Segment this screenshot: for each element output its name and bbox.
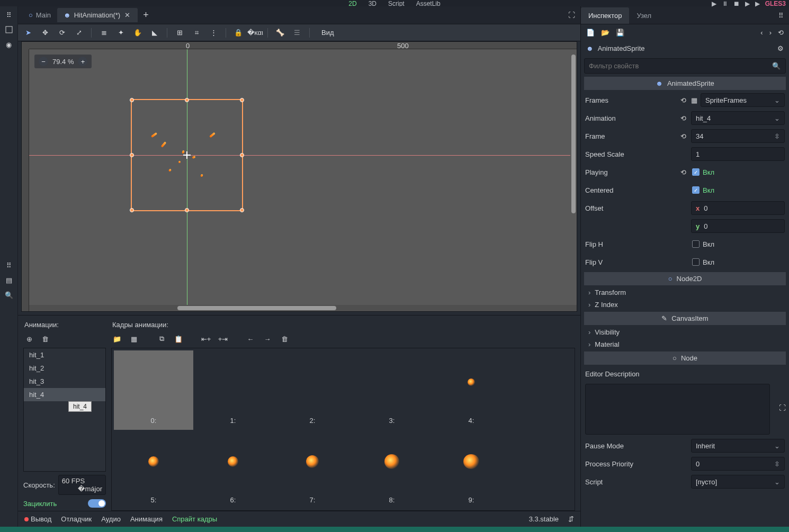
search-icon[interactable]: 🔍	[772, 62, 781, 70]
frames-revert-icon[interactable]: ⟲	[678, 96, 688, 104]
script-value[interactable]: [пусто]⌄	[691, 475, 785, 489]
scale-tool-icon[interactable]: ⤢	[74, 28, 84, 38]
frames-value[interactable]: SpriteFrames⌄	[701, 93, 785, 107]
frame-2[interactable]: 2:	[273, 350, 352, 430]
play-scene-icon[interactable]: ▶	[745, 0, 750, 7]
insert-before-icon[interactable]: ⇤+	[201, 334, 211, 344]
frame-value[interactable]: 34⇳	[691, 129, 785, 143]
filter-properties-input[interactable]	[584, 58, 786, 74]
inspector-tab[interactable]: Инспектор	[581, 7, 629, 24]
anim-item-hit3[interactable]: hit_3	[24, 375, 105, 388]
ruler-vertical[interactable]	[22, 49, 29, 311]
canvas-vscrollbar[interactable]	[570, 49, 577, 305]
filesystem-dock-icon[interactable]: ▤	[4, 275, 14, 285]
frame-0[interactable]: 0:	[114, 350, 193, 430]
snap-options-icon[interactable]: ⌗	[192, 28, 201, 38]
selection-box[interactable]	[131, 99, 243, 211]
list-tool-icon[interactable]: ≣	[99, 28, 109, 38]
section-canvasitem[interactable]: ✎CanvasItem	[584, 312, 786, 325]
search-dock-icon[interactable]: 🔍	[4, 290, 14, 300]
pausemode-value[interactable]: Inherit⌄	[691, 439, 785, 453]
dock-drag2-icon[interactable]: ⠿	[4, 260, 14, 270]
section-animatedsprite[interactable]: ☻ AnimatedSprite	[584, 77, 786, 90]
status-audio[interactable]: Аудио	[101, 515, 121, 523]
skeleton-icon[interactable]: ☰	[292, 28, 302, 38]
open-resource-icon[interactable]: 📂	[601, 29, 609, 37]
editor-desc-textarea[interactable]	[585, 384, 770, 435]
anim-item-hit2[interactable]: hit_2	[24, 362, 105, 375]
frame-revert-icon[interactable]: ⟲	[678, 132, 688, 140]
select-tool-icon[interactable]: ➤	[23, 28, 33, 38]
playing-revert-icon[interactable]: ⟲	[678, 168, 688, 176]
frames-grid[interactable]: 0: 1: 2: 3: 4: 5: 6: 7: 8: 9:	[111, 348, 575, 511]
section-node[interactable]: ○Node	[584, 351, 786, 365]
loop-toggle[interactable]	[88, 499, 106, 508]
move-tool-icon[interactable]: ✥	[40, 28, 50, 38]
delete-animation-icon[interactable]: 🗑	[40, 334, 50, 344]
stop-icon[interactable]: ⏹	[733, 0, 740, 7]
animation-value[interactable]: hit_4⌄	[691, 111, 785, 125]
history-back-icon[interactable]: ‹	[760, 29, 763, 37]
view-menu[interactable]: Вид	[317, 29, 338, 37]
grid-frame-icon[interactable]: ▦	[129, 334, 139, 344]
anim-item-hit1[interactable]: hit_1	[24, 348, 105, 362]
move-right-icon[interactable]: →	[263, 334, 272, 344]
rotate-tool-icon[interactable]: ⟳	[57, 28, 67, 38]
group-transform[interactable]: ›Transform	[581, 286, 789, 299]
pause-icon[interactable]: ⏸	[722, 0, 728, 7]
ruler-tool-icon[interactable]: ◣	[150, 28, 159, 38]
canvas-viewport[interactable]: 0 500	[21, 41, 577, 312]
status-animation[interactable]: Анимация	[130, 515, 163, 523]
speed-input[interactable]: 60 FPS�májor	[58, 475, 106, 495]
history-menu-icon[interactable]: ⟲	[778, 29, 784, 37]
bottom-panel-toggle-icon[interactable]: ⇵	[568, 515, 574, 523]
tab-main[interactable]: ○ Main	[22, 8, 57, 22]
scene-dock-icon[interactable]	[4, 24, 14, 35]
frame-6[interactable]: 6:	[193, 430, 273, 509]
snap-toggle-icon[interactable]: ⊞	[175, 28, 184, 38]
status-spriteframes[interactable]: Спрайт кадры	[172, 515, 217, 523]
play-custom-icon[interactable]: ▶	[755, 0, 760, 7]
frame-3[interactable]: 3:	[352, 350, 432, 430]
tab-hitanimation[interactable]: ☻ HitAnimation(*) ✕	[57, 8, 138, 22]
renderer-dropdown[interactable]: GLES3	[765, 0, 786, 7]
animation-revert-icon[interactable]: ⟲	[678, 114, 688, 122]
ruler-horizontal[interactable]: 0 500	[29, 42, 577, 49]
frame-9[interactable]: 9:	[432, 430, 511, 509]
zoom-in-button[interactable]: +	[78, 57, 87, 66]
add-tab-button[interactable]: +	[138, 7, 154, 23]
expand-desc-icon[interactable]: ⛶	[779, 404, 786, 412]
status-debugger[interactable]: Отладчик	[61, 515, 92, 523]
fliph-checkbox[interactable]: Вкл	[691, 237, 785, 251]
history-fwd-icon[interactable]: ›	[769, 29, 772, 37]
group-visibility[interactable]: ›Visibility	[581, 326, 789, 338]
speedscale-value[interactable]: 1	[691, 147, 785, 161]
dock-drag-icon[interactable]: ⠿	[4, 10, 14, 20]
distraction-free-icon[interactable]: ⛶	[563, 9, 580, 21]
canvas-hscrollbar[interactable]	[29, 305, 577, 311]
pivot-tool-icon[interactable]: ✦	[116, 28, 125, 38]
status-output[interactable]: Вывод	[24, 515, 51, 523]
dock-drag3-icon[interactable]: ⠿	[773, 7, 789, 24]
add-animation-icon[interactable]: ⊕	[24, 334, 34, 344]
copy-frame-icon[interactable]: ⧉	[157, 334, 166, 344]
group-icon[interactable]: �και	[250, 28, 260, 38]
eye-icon[interactable]: ◉	[4, 39, 14, 50]
close-tab-icon[interactable]: ✕	[123, 11, 131, 19]
zoom-out-button[interactable]: −	[39, 57, 48, 66]
offset-y-value[interactable]: y0	[691, 219, 785, 233]
offset-x-value[interactable]: x0	[691, 201, 785, 215]
node-tab[interactable]: Узел	[629, 7, 659, 24]
move-left-icon[interactable]: ←	[246, 334, 255, 344]
save-resource-icon[interactable]: 💾	[616, 29, 624, 37]
animation-list[interactable]: hit_1 hit_2 hit_3 hit_4 hit_4	[23, 348, 106, 472]
load-frame-icon[interactable]: 📁	[112, 334, 122, 344]
flipv-checkbox[interactable]: Вкл	[691, 255, 785, 269]
play-icon[interactable]: ▶	[712, 0, 716, 7]
node-options-icon[interactable]: ⚙	[777, 44, 784, 52]
pan-tool-icon[interactable]: ✋	[133, 28, 142, 38]
playing-checkbox[interactable]: ✓Вкл	[691, 165, 785, 179]
lock-icon[interactable]: 🔒	[234, 28, 243, 38]
section-node2d[interactable]: ○Node2D	[584, 272, 786, 285]
more-snap-icon[interactable]: ⋮	[209, 28, 218, 38]
